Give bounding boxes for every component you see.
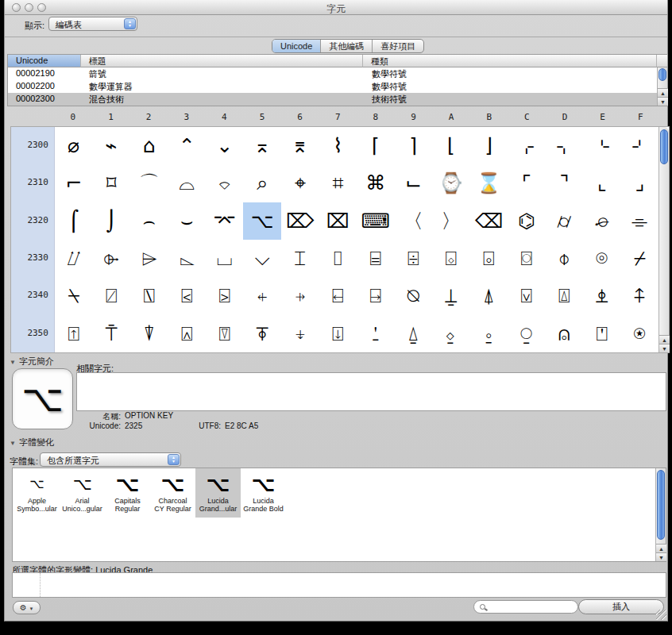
grid-cell[interactable]: ⌊ (432, 127, 470, 164)
font-sample[interactable]: ⌥CapitalsRegular (105, 468, 150, 518)
grid-cell[interactable]: ⌲ (130, 240, 168, 277)
grid-cell[interactable]: ⌀ (55, 127, 93, 164)
table-row[interactable]: 00002200數學運算器數學符號 (8, 80, 667, 93)
grid-cell[interactable]: ⌸ (357, 240, 395, 277)
grid-cell[interactable]: ⌹ (395, 240, 433, 277)
grid-cell[interactable]: 〈 (395, 202, 433, 240)
grid-scrollbar-thumb[interactable] (660, 129, 668, 164)
grid-cell[interactable]: ⌇ (319, 127, 357, 164)
grid-scroll-up-icon[interactable]: ▲ (659, 335, 670, 344)
samples-scroll-down-icon[interactable]: ▼ (656, 552, 666, 561)
grid-cell[interactable]: ⍃ (168, 277, 206, 314)
grid-cell[interactable]: ⍛ (470, 315, 508, 352)
related-chars-box[interactable] (76, 372, 666, 411)
grid-cell[interactable]: ⍂ (130, 277, 168, 314)
action-menu-button[interactable]: ⚙ ▼ (13, 601, 41, 614)
grid-cell[interactable]: ⌔ (206, 164, 244, 202)
grid-cell[interactable]: ⌳ (168, 240, 206, 277)
grid-cell[interactable]: ⍗ (319, 315, 357, 352)
grid-cell[interactable]: ⍕ (243, 315, 281, 352)
grid-cell[interactable]: ⌎ (583, 127, 621, 164)
grid-cell[interactable]: ⌃ (168, 127, 206, 164)
grid-cell[interactable]: ⌓ (168, 164, 206, 202)
samples-scrollbar-thumb[interactable] (657, 470, 665, 540)
grid-cell[interactable]: ⍈ (357, 277, 395, 314)
table-row[interactable]: 00002190箭號數學符號 (8, 67, 667, 80)
grid-cell[interactable]: ⌗ (319, 164, 357, 202)
grid-cell[interactable]: ⌍ (546, 127, 584, 164)
grid-cell[interactable]: ⌚ (432, 164, 470, 202)
grid-cell[interactable]: ⌾ (583, 240, 621, 277)
grid-cell[interactable]: ⌏ (621, 127, 659, 164)
grid-cell[interactable]: ⌭ (546, 202, 584, 240)
grid-cell[interactable]: ⌖ (281, 164, 319, 202)
glyph-variants-box[interactable] (12, 572, 666, 598)
font-sample[interactable]: ⌥AppleSymbo...ular (14, 468, 60, 518)
grid-cell[interactable]: ⌙ (395, 164, 433, 202)
grid-cell[interactable]: ⍜ (508, 315, 546, 352)
column-header-0[interactable]: Unicode (8, 55, 81, 67)
grid-cell[interactable]: ⍏ (621, 277, 659, 314)
samples-scrollbar[interactable]: ▲ ▼ (655, 468, 666, 561)
grid-cell[interactable]: ⌡ (92, 202, 130, 240)
grid-cell[interactable]: ⌱ (92, 240, 130, 277)
grid-cell[interactable]: ⌵ (243, 240, 281, 277)
table-scroll-down-icon[interactable]: ▼ (658, 97, 668, 106)
grid-cell[interactable]: ⌢ (130, 202, 168, 240)
font-sample[interactable]: ⌥CharcoalCY Regular (150, 468, 195, 518)
grid-cell[interactable]: ⌜ (508, 164, 546, 202)
grid-cell[interactable]: ⍍ (546, 277, 584, 314)
grid-scroll-down-icon[interactable]: ▼ (659, 344, 670, 352)
grid-cell[interactable]: ⌮ (583, 202, 621, 240)
font-collection-popup[interactable]: 包含所選字元 ▲▼ (40, 452, 181, 467)
grid-cell[interactable]: ⌆ (281, 127, 319, 164)
grid-cell[interactable]: 〉 (432, 202, 470, 240)
grid-cell[interactable]: ⍔ (206, 315, 244, 352)
grid-cell[interactable]: ⌫ (470, 202, 508, 240)
insert-button[interactable]: 插入 (578, 599, 664, 614)
grid-cell[interactable]: ⍓ (168, 315, 206, 352)
font-sample-selected[interactable]: ⌥LucidaGrand...ular (195, 468, 241, 518)
tab-unicode[interactable]: Unicode (272, 40, 321, 52)
grid-cell[interactable]: ⌌ (508, 127, 546, 164)
grid-cell[interactable]: ⌿ (621, 240, 659, 277)
table-scrollbar-thumb[interactable] (658, 68, 666, 81)
font-sample[interactable]: ⌥LucidaGrande Bold (241, 468, 286, 518)
grid-cell[interactable]: ⌑ (92, 164, 130, 202)
grid-cell[interactable]: ⍄ (206, 277, 244, 314)
grid-cell[interactable]: ⍞ (583, 315, 621, 352)
title-bar[interactable]: 字元 (5, 0, 667, 15)
grid-cell[interactable]: ⍟ (621, 315, 659, 352)
search-input[interactable] (473, 600, 578, 614)
grid-cell[interactable]: ⌛ (470, 164, 508, 202)
grid-cell[interactable]: ⌈ (357, 127, 395, 164)
grid-cell[interactable]: ⌒ (130, 164, 168, 202)
grid-cell[interactable]: ⌨ (357, 202, 395, 240)
grid-cell[interactable]: ⌠ (55, 202, 93, 240)
grid-cell[interactable]: ⍆ (281, 277, 319, 314)
grid-cell[interactable]: ⌽ (546, 240, 584, 277)
grid-cell[interactable]: ⍖ (281, 315, 319, 352)
tab-喜好項目[interactable]: 喜好項目 (373, 40, 423, 52)
tab-其他編碼[interactable]: 其他編碼 (321, 40, 373, 52)
grid-scrollbar[interactable]: ▲ ▼ (658, 127, 669, 352)
font-sample[interactable]: ⌥ArialUnico...gular (60, 468, 105, 518)
grid-cell[interactable]: ⍀ (55, 277, 93, 314)
grid-cell[interactable]: ⍑ (92, 315, 130, 352)
grid-cell[interactable]: ⌧ (319, 202, 357, 240)
grid-cell[interactable]: ⍅ (243, 277, 281, 314)
grid-cell[interactable]: ⌄ (206, 127, 244, 164)
grid-cell[interactable]: ⍙ (395, 315, 433, 352)
samples-scroll-up-icon[interactable]: ▲ (656, 544, 666, 552)
grid-cell[interactable]: ⍊ (432, 277, 470, 314)
grid-cell[interactable]: ⌯ (621, 202, 659, 240)
grid-cell[interactable]: ⌅ (243, 127, 281, 164)
table-scroll-up-icon[interactable]: ▲ (658, 88, 668, 97)
grid-cell[interactable]: ⌼ (508, 240, 546, 277)
grid-cell[interactable]: ⌞ (583, 164, 621, 202)
disclosure-triangle-icon[interactable]: ▼ (10, 359, 16, 366)
disclosure-triangle-icon[interactable]: ▼ (10, 440, 16, 447)
grid-cell[interactable]: ⌺ (432, 240, 470, 277)
grid-cell[interactable]: ⍎ (583, 277, 621, 314)
char-info-section-header[interactable]: ▼字元簡介 (10, 356, 54, 368)
